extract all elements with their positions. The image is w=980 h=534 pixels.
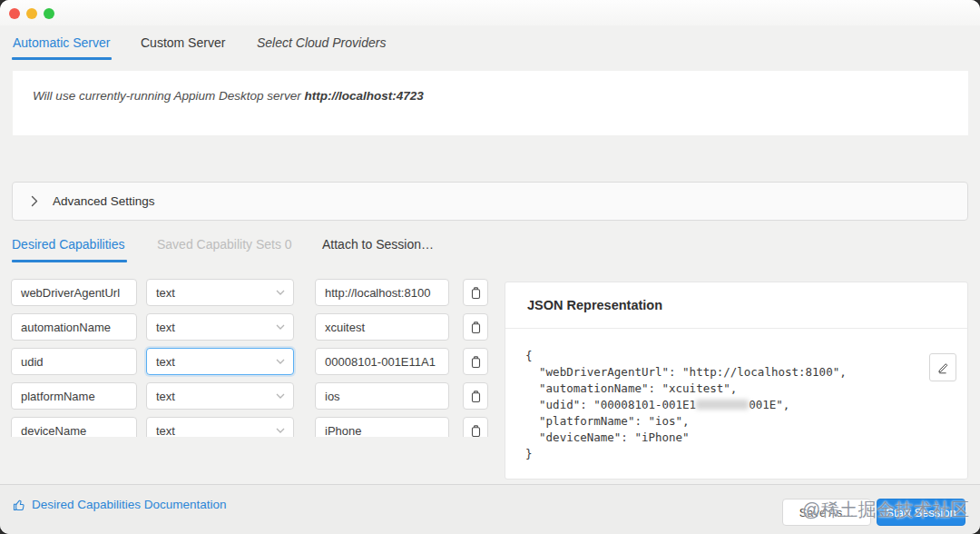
capability-type-value: text — [156, 390, 175, 403]
json-panel-header: JSON Representation — [505, 282, 967, 329]
json-udid-suffix: 001E", — [749, 398, 789, 411]
capability-type-select[interactable]: text — [146, 382, 294, 410]
trash-icon — [470, 390, 482, 403]
chevron-right-icon — [31, 195, 38, 207]
tab-attach-to-session[interactable]: Attach to Session… — [322, 237, 434, 252]
delete-capability-button[interactable] — [463, 279, 488, 306]
capability-value-input[interactable] — [315, 348, 449, 375]
capability-type-value: text — [156, 355, 175, 369]
window-close-button[interactable] — [9, 8, 20, 19]
footer-bar: Desired Capabilities Documentation Save … — [0, 484, 980, 534]
server-message: Will use currently-running Appium Deskto… — [33, 89, 424, 103]
chevron-down-icon — [276, 359, 285, 364]
capability-type-select[interactable]: text — [146, 417, 294, 437]
json-line: "webDriverAgentUrl": "http://localhost:8… — [525, 364, 847, 381]
thumbs-up-icon — [13, 498, 26, 511]
trash-icon — [470, 424, 482, 438]
json-line: "platformName": "ios", — [525, 413, 847, 430]
chevron-down-icon — [276, 324, 285, 330]
tab-select-cloud-providers[interactable]: Select Cloud Providers — [257, 35, 386, 50]
pencil-icon — [936, 361, 950, 374]
server-url: http://localhost:4723 — [305, 89, 424, 103]
trash-icon — [470, 286, 482, 300]
redacted-udid-segment — [696, 400, 749, 410]
capability-type-value: text — [156, 321, 175, 334]
trash-icon — [470, 321, 482, 334]
delete-capability-button[interactable] — [463, 348, 488, 375]
doc-link-label: Desired Capabilities Documentation — [32, 498, 227, 511]
save-as-button[interactable]: Save As… — [782, 499, 871, 526]
delete-capability-button[interactable] — [463, 382, 488, 410]
active-tab-underline — [12, 57, 112, 60]
capability-value-input[interactable] — [315, 417, 449, 437]
capability-type-select[interactable]: text — [146, 279, 294, 306]
trash-icon — [470, 355, 482, 369]
capability-row: text — [11, 279, 490, 306]
tab-desired-capabilities[interactable]: Desired Capabilities — [12, 237, 125, 252]
edit-json-button[interactable] — [929, 353, 956, 381]
capability-name-input[interactable] — [11, 313, 137, 341]
capability-name-input[interactable] — [11, 279, 137, 306]
capability-name-input[interactable] — [11, 417, 137, 437]
capability-value-input[interactable] — [315, 279, 449, 306]
server-message-text: Will use currently-running Appium Deskto… — [33, 89, 305, 103]
capability-row: text — [11, 313, 490, 341]
capability-value-input[interactable] — [315, 382, 449, 410]
delete-capability-button[interactable] — [463, 313, 488, 341]
chevron-down-icon — [276, 393, 285, 399]
desired-capabilities-documentation-link[interactable]: Desired Capabilities Documentation — [13, 498, 227, 511]
titlebar — [0, 0, 980, 25]
window-zoom-button[interactable] — [44, 8, 54, 19]
capability-type-value: text — [156, 286, 175, 300]
json-line: "automationName": "xcuitest", — [525, 381, 847, 397]
advanced-settings-label: Advanced Settings — [53, 194, 155, 208]
json-line-udid: "udid": "00008101-001E1001E", — [525, 397, 847, 413]
capability-name-input[interactable] — [11, 382, 137, 410]
start-session-button[interactable]: Start Session — [877, 499, 965, 526]
capability-type-select[interactable]: text — [146, 348, 294, 375]
chevron-down-icon — [276, 290, 285, 295]
capability-value-input[interactable] — [315, 313, 449, 341]
json-line: } — [525, 446, 847, 462]
capability-type-value: text — [156, 424, 175, 438]
appium-desktop-window: Automatic Server Custom Server Select Cl… — [0, 0, 980, 534]
delete-capability-button[interactable] — [463, 417, 488, 437]
json-line: "deviceName": "iPhone" — [525, 430, 847, 446]
capability-name-input[interactable] — [11, 348, 137, 375]
tab-automatic-server[interactable]: Automatic Server — [13, 35, 110, 50]
capability-row: text — [11, 382, 490, 410]
tab-custom-server[interactable]: Custom Server — [141, 35, 225, 50]
advanced-settings-toggle[interactable]: Advanced Settings — [12, 182, 968, 221]
tab-saved-capability-sets[interactable]: Saved Capability Sets 0 — [157, 237, 292, 252]
json-code: { "webDriverAgentUrl": "http://localhost… — [525, 348, 847, 462]
json-udid-prefix: "udid": "00008101-001E1 — [525, 398, 696, 411]
capability-list: text text text — [0, 272, 497, 437]
server-message-panel: Will use currently-running Appium Deskto… — [13, 71, 968, 135]
json-representation-panel: JSON Representation { "webDriverAgentUrl… — [505, 282, 968, 480]
chevron-down-icon — [276, 428, 285, 433]
json-panel-title: JSON Representation — [527, 298, 662, 312]
json-line: { — [525, 348, 847, 364]
capability-row: text — [11, 417, 490, 437]
capability-row: text — [11, 348, 490, 375]
capability-type-select[interactable]: text — [146, 313, 294, 341]
window-minimize-button[interactable] — [26, 8, 37, 19]
active-caps-tab-underline — [12, 260, 127, 262]
